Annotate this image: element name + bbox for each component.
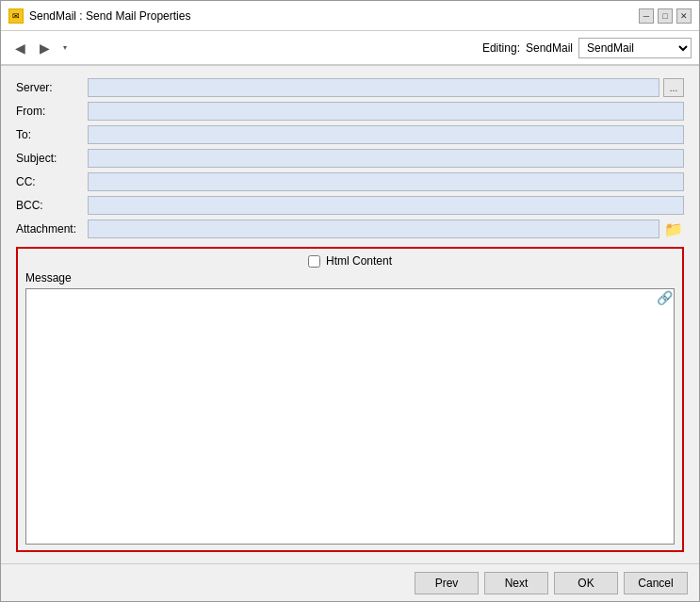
html-content-checkbox[interactable] (308, 255, 320, 268)
subject-label: Subject: (16, 152, 82, 165)
close-button[interactable]: ✕ (676, 8, 692, 24)
html-content-row: Html Content (25, 254, 675, 268)
server-row: Server: ... (16, 77, 684, 98)
footer: Prev Next OK Cancel (1, 563, 699, 601)
cc-input[interactable] (88, 172, 684, 191)
to-input[interactable] (88, 125, 684, 144)
title-bar: ✉ SendMail : Send Mail Properties ─ □ ✕ (1, 1, 699, 31)
editing-dropdown[interactable]: SendMail (578, 38, 692, 58)
message-area-wrapper: 🔗 (25, 288, 675, 545)
toolbar-right: Editing: SendMail SendMail (482, 38, 692, 58)
ok-button[interactable]: OK (554, 572, 618, 594)
attachment-browse-button[interactable]: 📁 (663, 220, 684, 238)
from-row: From: (16, 101, 684, 122)
message-link-icon[interactable]: 🔗 (657, 290, 673, 305)
subject-input[interactable] (88, 149, 684, 168)
cancel-button[interactable]: Cancel (624, 572, 688, 594)
bcc-row: BCC: (16, 195, 684, 216)
main-window: ✉ SendMail : Send Mail Properties ─ □ ✕ … (0, 0, 700, 602)
bcc-label: BCC: (16, 199, 82, 212)
attachment-label: Attachment: (16, 222, 82, 236)
back-button[interactable]: ◀ (8, 37, 31, 59)
subject-row: Subject: (16, 148, 684, 169)
prev-button[interactable]: Prev (415, 572, 479, 594)
message-textarea[interactable] (25, 288, 675, 545)
to-row: To: (16, 124, 684, 145)
cc-row: CC: (16, 171, 684, 192)
nav-dropdown-button[interactable]: ▾ (57, 37, 73, 59)
server-label: Server: (16, 81, 82, 94)
to-label: To: (16, 128, 82, 141)
server-input-group: ... (88, 78, 684, 97)
window-title: SendMail : Send Mail Properties (29, 9, 190, 23)
from-input[interactable] (88, 102, 684, 121)
title-bar-left: ✉ SendMail : Send Mail Properties (8, 8, 190, 24)
main-content: Server: ... From: To: Subject: (1, 66, 699, 563)
editing-value: SendMail (526, 41, 573, 55)
form-section: Server: ... From: To: Subject: (16, 77, 684, 239)
attachment-input-group: 📁 (88, 220, 684, 238)
attachment-row: Attachment: 📁 (16, 219, 684, 239)
server-browse-button[interactable]: ... (663, 78, 684, 97)
from-label: From: (16, 105, 82, 118)
editing-label: Editing: (482, 41, 520, 55)
maximize-button[interactable]: □ (658, 8, 673, 24)
title-controls: ─ □ ✕ (639, 8, 692, 24)
toolbar-left: ◀ ▶ ▾ (8, 37, 73, 59)
cc-label: CC: (16, 175, 82, 188)
bcc-input[interactable] (88, 196, 684, 215)
message-label: Message (25, 271, 675, 285)
minimize-button[interactable]: ─ (639, 8, 654, 24)
html-content-label: Html Content (326, 254, 392, 268)
toolbar: ◀ ▶ ▾ Editing: SendMail SendMail (1, 31, 699, 65)
attachment-input[interactable] (88, 220, 659, 238)
server-input[interactable] (88, 78, 659, 97)
next-button[interactable]: Next (484, 572, 548, 594)
window-icon: ✉ (8, 8, 24, 24)
message-section: Html Content Message 🔗 (16, 247, 684, 552)
forward-button[interactable]: ▶ (33, 37, 56, 59)
